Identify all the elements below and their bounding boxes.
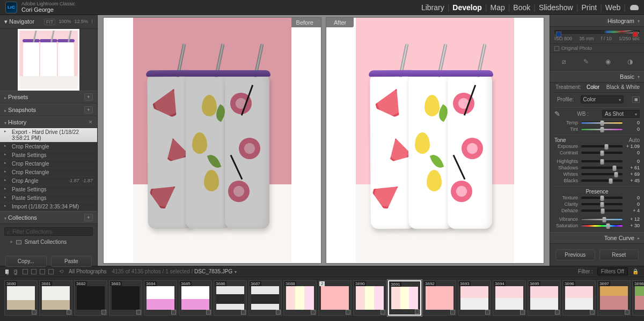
before-image[interactable]: Before	[103, 17, 321, 264]
eyedropper-tool-icon[interactable]: ✎	[554, 110, 560, 118]
reset-button[interactable]: Reset	[599, 249, 639, 260]
user-name: Cori George	[21, 6, 75, 13]
history-item[interactable]: ▸Export - Hard Drive (1/18/22 3:58:21 PM…	[0, 128, 97, 143]
history-item[interactable]: ▸Import (1/18/22 3:35:34 PM)	[0, 203, 97, 211]
after-image[interactable]: After	[326, 17, 544, 264]
exposure-slider[interactable]: Exposure + 1.09	[554, 143, 640, 150]
snapshots-header[interactable]: ▸ Snapshots	[0, 103, 97, 116]
filmstrip-thumb[interactable]: 3685	[179, 280, 212, 316]
filmstrip-thumb[interactable]: 3693	[458, 280, 491, 316]
filmstrip-thumb[interactable]: 3687	[248, 280, 282, 316]
filmstrip-thumb[interactable]: 3697	[597, 280, 631, 316]
primary-display-icon[interactable]: 1	[5, 270, 9, 274]
clarity-slider[interactable]: Clarity 0	[554, 201, 640, 207]
filmstrip-thumb[interactable]: 3683	[109, 280, 142, 316]
filmstrip-thumb[interactable]: 3695	[528, 280, 561, 316]
module-web[interactable]: Web	[605, 3, 621, 12]
filmstrip-thumb[interactable]: 3694	[493, 280, 526, 316]
filmstrip-thumb[interactable]: 3686	[214, 280, 247, 316]
history-item[interactable]: ▸Paste Settings	[0, 185, 97, 194]
contrast-slider[interactable]: Contrast 0	[554, 150, 640, 156]
navigator-preview[interactable]	[0, 29, 97, 91]
smart-collections-row[interactable]: Smart Collections	[4, 239, 93, 245]
history-header[interactable]: ▾ History ✕	[0, 116, 97, 128]
filter-lock-icon[interactable]: 🔒	[632, 268, 639, 274]
saturation-slider[interactable]: Saturation + 30	[554, 222, 640, 229]
presets-add-icon[interactable]	[84, 93, 93, 101]
snapshots-add-icon[interactable]	[84, 106, 93, 114]
cloud-sync-icon[interactable]	[630, 5, 639, 10]
filmstrip-thumb[interactable]: 3681	[39, 280, 72, 316]
shadows-slider[interactable]: Shadows + 61	[554, 165, 640, 171]
collections-filter-input[interactable]: ⌕ Filter Collections	[4, 227, 93, 236]
heal-tool-icon[interactable]: ✎	[581, 57, 591, 66]
history-item[interactable]: ▸Crop Rectangle	[0, 143, 97, 151]
dehaze-slider[interactable]: Dehaze + 4	[554, 207, 640, 214]
tonecurve-header[interactable]: Tone Curve ▸	[550, 232, 644, 244]
history-item[interactable]: ▸Crop Angle-1.87 -1.87	[0, 177, 97, 185]
filmstrip-info: 1 2 ⟲ All Photographs 4135 of 4136 photo…	[0, 266, 644, 277]
tint-slider[interactable]: Tint 0	[554, 126, 640, 132]
highlights-slider[interactable]: Highlights 0	[554, 158, 640, 165]
filter-select[interactable]: Filters Off	[597, 267, 628, 275]
previous-button[interactable]: Previous	[555, 249, 595, 260]
smart-collections-icon	[16, 240, 21, 244]
histogram-header[interactable]: Histogram ▾	[550, 15, 644, 27]
redeye-tool-icon[interactable]: ◉	[603, 57, 613, 66]
navigator-header[interactable]: ▾ Navigator FIT 100% 12.5% ⁝	[0, 15, 97, 29]
texture-slider[interactable]: Texture 0	[554, 195, 640, 201]
filmstrip-thumb[interactable]	[318, 280, 352, 316]
mask-tool-icon[interactable]: ◑	[625, 57, 635, 66]
basic-header[interactable]: Basic ▾	[550, 71, 644, 83]
collections-header[interactable]: ▾ Collections	[0, 211, 97, 224]
temp-slider[interactable]: Temp 0	[554, 120, 640, 126]
clip-shadows-icon[interactable]	[556, 32, 561, 37]
filmstrip-source[interactable]: All Photographs	[69, 268, 107, 274]
history-item[interactable]: ▸Crop Rectangle	[0, 168, 97, 177]
history-clear-icon[interactable]: ✕	[89, 120, 93, 125]
filmstrip-thumb[interactable]: 3684	[144, 280, 177, 316]
history-item[interactable]: ▸Paste Settings	[0, 194, 97, 203]
whites-slider[interactable]: Whites + 69	[554, 171, 640, 177]
zoom-custom[interactable]: 12.5%	[74, 19, 88, 25]
clip-highlights-icon[interactable]	[633, 32, 638, 37]
secondary-display-icon[interactable]: 2	[14, 270, 17, 274]
wb-select[interactable]: As Shot	[602, 110, 640, 118]
module-map[interactable]: Map	[490, 3, 504, 12]
history-item[interactable]: ▸Paste Settings	[0, 151, 97, 160]
blacks-slider[interactable]: Blacks + 45	[554, 177, 640, 184]
filmstrip-thumb[interactable]: 3688	[283, 280, 317, 316]
filmstrip[interactable]: 3680368136823683368436853686368736883690…	[0, 277, 644, 321]
filmstrip-thumb[interactable]: 3698	[632, 280, 644, 316]
module-library[interactable]: Library	[421, 3, 444, 12]
treatment-bw[interactable]: Black & White	[606, 84, 640, 90]
zoom-caret-icon[interactable]: ⁝	[91, 19, 93, 25]
treatment-color[interactable]: Color	[587, 84, 599, 90]
histogram-display[interactable]	[554, 30, 640, 34]
vibrance-slider[interactable]: Vibrance + 12	[554, 216, 640, 222]
auto-button[interactable]: Auto	[628, 137, 640, 143]
module-print[interactable]: Print	[581, 3, 597, 12]
view-mode-icons[interactable]	[23, 269, 54, 274]
crop-tool-icon[interactable]: ⧄	[559, 57, 569, 66]
collections-add-icon[interactable]	[84, 214, 93, 221]
history-item[interactable]: ▸Crop Rectangle	[0, 160, 97, 168]
zoom-fit[interactable]: FIT	[44, 19, 56, 25]
copy-button[interactable]: Copy...	[5, 256, 47, 267]
presets-header[interactable]: ▸ Presets	[0, 91, 97, 103]
zoom-100[interactable]: 100%	[58, 19, 71, 25]
filmstrip-thumb[interactable]: 3692	[423, 280, 456, 316]
module-book[interactable]: Book	[513, 3, 530, 12]
original-photo-checkbox[interactable]: Original Photo	[550, 44, 644, 53]
filmstrip-thumb[interactable]: 3680	[4, 280, 38, 316]
module-develop[interactable]: Develop	[452, 3, 481, 12]
paste-button[interactable]: Paste	[51, 256, 92, 267]
filmstrip-thumb[interactable]: 3682	[74, 280, 107, 316]
profile-select[interactable]: Color	[581, 95, 624, 103]
go-back-icon[interactable]: ⟲	[59, 268, 63, 274]
filmstrip-thumb[interactable]: 3696	[562, 280, 596, 316]
module-slideshow[interactable]: Slideshow	[539, 3, 573, 12]
profile-browser-icon[interactable]: ▦	[632, 96, 640, 103]
filmstrip-thumb[interactable]: 3690	[353, 280, 386, 316]
filmstrip-thumb[interactable]: 3691	[388, 280, 421, 316]
